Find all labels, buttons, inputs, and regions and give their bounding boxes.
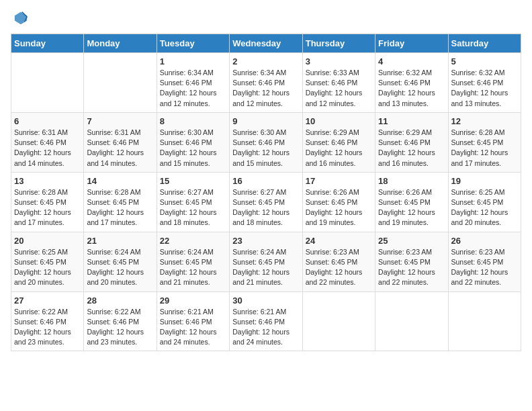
day-info: Sunrise: 6:26 AM Sunset: 6:45 PM Dayligh…	[378, 187, 445, 228]
day-info: Sunrise: 6:28 AM Sunset: 6:45 PM Dayligh…	[87, 187, 153, 228]
calendar-cell	[84, 53, 157, 113]
day-number: 11	[378, 116, 445, 126]
day-info: Sunrise: 6:30 AM Sunset: 6:46 PM Dayligh…	[160, 128, 226, 169]
day-number: 5	[451, 56, 518, 66]
calendar-cell: 22Sunrise: 6:24 AM Sunset: 6:45 PM Dayli…	[157, 232, 229, 291]
calendar-cell: 13Sunrise: 6:28 AM Sunset: 6:45 PM Dayli…	[11, 172, 84, 232]
day-header-monday: Monday	[84, 34, 157, 53]
day-info: Sunrise: 6:34 AM Sunset: 6:46 PM Dayligh…	[160, 68, 226, 109]
calendar-cell	[375, 291, 448, 351]
calendar-cell: 29Sunrise: 6:21 AM Sunset: 6:46 PM Dayli…	[157, 291, 229, 351]
calendar-cell: 23Sunrise: 6:24 AM Sunset: 6:45 PM Dayli…	[230, 232, 302, 291]
calendar-cell: 2Sunrise: 6:34 AM Sunset: 6:46 PM Daylig…	[230, 53, 302, 113]
day-number: 4	[378, 56, 445, 66]
day-header-friday: Friday	[375, 34, 448, 53]
day-number: 7	[87, 116, 153, 126]
day-number: 22	[160, 236, 226, 246]
calendar-cell: 4Sunrise: 6:32 AM Sunset: 6:46 PM Daylig…	[375, 53, 448, 113]
day-number: 13	[14, 176, 81, 186]
calendar-cell: 16Sunrise: 6:27 AM Sunset: 6:45 PM Dayli…	[230, 172, 302, 232]
calendar-cell: 5Sunrise: 6:32 AM Sunset: 6:46 PM Daylig…	[448, 53, 521, 113]
calendar-cell	[302, 291, 375, 351]
day-number: 15	[160, 176, 226, 186]
calendar-cell: 12Sunrise: 6:28 AM Sunset: 6:45 PM Dayli…	[448, 112, 521, 172]
day-info: Sunrise: 6:34 AM Sunset: 6:46 PM Dayligh…	[232, 68, 299, 109]
day-info: Sunrise: 6:31 AM Sunset: 6:46 PM Dayligh…	[87, 128, 153, 169]
day-info: Sunrise: 6:30 AM Sunset: 6:46 PM Dayligh…	[232, 128, 299, 169]
day-number: 30	[232, 295, 299, 306]
calendar-cell: 8Sunrise: 6:30 AM Sunset: 6:46 PM Daylig…	[157, 112, 229, 172]
calendar-cell: 10Sunrise: 6:29 AM Sunset: 6:46 PM Dayli…	[302, 112, 375, 172]
day-number: 28	[87, 295, 153, 306]
day-info: Sunrise: 6:21 AM Sunset: 6:46 PM Dayligh…	[232, 307, 299, 348]
day-number: 25	[378, 236, 445, 246]
calendar-cell: 27Sunrise: 6:22 AM Sunset: 6:46 PM Dayli…	[11, 291, 84, 351]
logo	[11, 11, 28, 26]
day-info: Sunrise: 6:32 AM Sunset: 6:46 PM Dayligh…	[451, 68, 518, 109]
calendar-cell: 11Sunrise: 6:29 AM Sunset: 6:46 PM Dayli…	[375, 112, 448, 172]
calendar-cell: 24Sunrise: 6:23 AM Sunset: 6:45 PM Dayli…	[302, 232, 375, 291]
calendar-cell: 19Sunrise: 6:25 AM Sunset: 6:45 PM Dayli…	[448, 172, 521, 232]
day-number: 1	[160, 56, 226, 66]
day-info: Sunrise: 6:24 AM Sunset: 6:45 PM Dayligh…	[232, 247, 299, 288]
day-info: Sunrise: 6:29 AM Sunset: 6:46 PM Dayligh…	[378, 128, 445, 169]
day-number: 21	[87, 236, 153, 246]
day-number: 27	[14, 295, 81, 306]
logo-icon	[13, 11, 28, 26]
day-info: Sunrise: 6:22 AM Sunset: 6:46 PM Dayligh…	[14, 307, 81, 348]
day-header-sunday: Sunday	[11, 34, 84, 53]
day-info: Sunrise: 6:22 AM Sunset: 6:46 PM Dayligh…	[87, 307, 153, 348]
day-info: Sunrise: 6:28 AM Sunset: 6:45 PM Dayligh…	[451, 128, 518, 169]
day-number: 12	[451, 116, 518, 126]
day-number: 24	[306, 236, 372, 246]
calendar-cell: 17Sunrise: 6:26 AM Sunset: 6:45 PM Dayli…	[302, 172, 375, 232]
day-info: Sunrise: 6:25 AM Sunset: 6:45 PM Dayligh…	[14, 247, 81, 288]
day-info: Sunrise: 6:31 AM Sunset: 6:46 PM Dayligh…	[14, 128, 81, 169]
calendar-cell: 25Sunrise: 6:23 AM Sunset: 6:45 PM Dayli…	[375, 232, 448, 291]
day-info: Sunrise: 6:33 AM Sunset: 6:46 PM Dayligh…	[306, 68, 372, 109]
day-number: 14	[87, 176, 153, 186]
day-number: 29	[160, 295, 226, 306]
day-number: 9	[232, 116, 299, 126]
day-info: Sunrise: 6:29 AM Sunset: 6:46 PM Dayligh…	[306, 128, 372, 169]
day-number: 19	[451, 176, 518, 186]
day-info: Sunrise: 6:28 AM Sunset: 6:45 PM Dayligh…	[14, 187, 81, 228]
day-number: 17	[306, 176, 372, 186]
day-number: 26	[451, 236, 518, 246]
day-info: Sunrise: 6:23 AM Sunset: 6:45 PM Dayligh…	[451, 247, 518, 288]
day-header-thursday: Thursday	[302, 34, 375, 53]
day-number: 20	[14, 236, 81, 246]
day-number: 3	[306, 56, 372, 66]
calendar-cell	[11, 53, 84, 113]
calendar-table: SundayMondayTuesdayWednesdayThursdayFrid…	[11, 34, 521, 351]
calendar-cell: 6Sunrise: 6:31 AM Sunset: 6:46 PM Daylig…	[11, 112, 84, 172]
day-info: Sunrise: 6:27 AM Sunset: 6:45 PM Dayligh…	[160, 187, 226, 228]
day-info: Sunrise: 6:32 AM Sunset: 6:46 PM Dayligh…	[378, 68, 445, 109]
day-info: Sunrise: 6:24 AM Sunset: 6:45 PM Dayligh…	[87, 247, 153, 288]
day-info: Sunrise: 6:24 AM Sunset: 6:45 PM Dayligh…	[160, 247, 226, 288]
day-number: 8	[160, 116, 226, 126]
calendar-cell: 15Sunrise: 6:27 AM Sunset: 6:45 PM Dayli…	[157, 172, 229, 232]
calendar-cell: 26Sunrise: 6:23 AM Sunset: 6:45 PM Dayli…	[448, 232, 521, 291]
calendar-cell: 9Sunrise: 6:30 AM Sunset: 6:46 PM Daylig…	[230, 112, 302, 172]
day-number: 6	[14, 116, 81, 126]
calendar-cell: 30Sunrise: 6:21 AM Sunset: 6:46 PM Dayli…	[230, 291, 302, 351]
day-number: 23	[232, 236, 299, 246]
day-number: 2	[232, 56, 299, 66]
calendar-cell: 3Sunrise: 6:33 AM Sunset: 6:46 PM Daylig…	[302, 53, 375, 113]
day-number: 18	[378, 176, 445, 186]
calendar-cell: 14Sunrise: 6:28 AM Sunset: 6:45 PM Dayli…	[84, 172, 157, 232]
day-header-wednesday: Wednesday	[230, 34, 302, 53]
day-info: Sunrise: 6:21 AM Sunset: 6:46 PM Dayligh…	[160, 307, 226, 348]
calendar-cell: 28Sunrise: 6:22 AM Sunset: 6:46 PM Dayli…	[84, 291, 157, 351]
header	[11, 11, 521, 26]
calendar-cell: 1Sunrise: 6:34 AM Sunset: 6:46 PM Daylig…	[157, 53, 229, 113]
day-info: Sunrise: 6:23 AM Sunset: 6:45 PM Dayligh…	[306, 247, 372, 288]
calendar-cell: 21Sunrise: 6:24 AM Sunset: 6:45 PM Dayli…	[84, 232, 157, 291]
day-info: Sunrise: 6:26 AM Sunset: 6:45 PM Dayligh…	[306, 187, 372, 228]
calendar-cell: 7Sunrise: 6:31 AM Sunset: 6:46 PM Daylig…	[84, 112, 157, 172]
calendar-cell	[448, 291, 521, 351]
day-info: Sunrise: 6:27 AM Sunset: 6:45 PM Dayligh…	[232, 187, 299, 228]
calendar-cell: 18Sunrise: 6:26 AM Sunset: 6:45 PM Dayli…	[375, 172, 448, 232]
day-header-saturday: Saturday	[448, 34, 521, 53]
